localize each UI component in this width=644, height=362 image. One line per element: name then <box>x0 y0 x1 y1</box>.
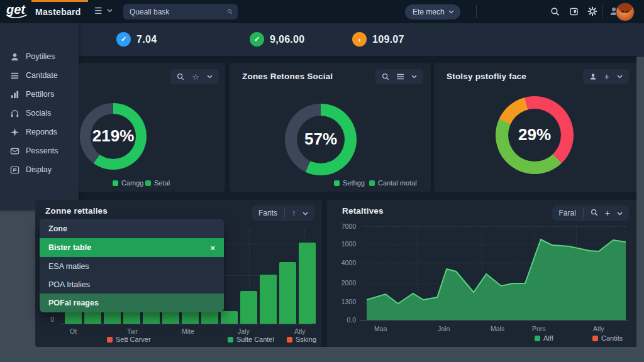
sidebar-item-pessents[interactable]: Pessents <box>0 141 79 160</box>
search-icon[interactable] <box>382 73 389 80</box>
arrow-up-icon[interactable]: ↑ <box>292 209 296 217</box>
donut-center-value: 29% <box>496 125 574 145</box>
search-input[interactable] <box>130 8 227 16</box>
app-logo: get <box>6 3 29 19</box>
list-icon[interactable] <box>397 74 404 80</box>
legend-item: Cantal motal <box>369 179 417 187</box>
legend-item: Setal <box>145 179 170 187</box>
bar <box>182 311 199 324</box>
kpi-value: 9,06.00 <box>270 34 304 45</box>
x-axis <box>360 320 628 321</box>
legend-item: Ssking <box>287 336 316 343</box>
sidebar-item-label: Pettilors <box>26 90 54 99</box>
chevron-down-icon[interactable] <box>411 75 417 79</box>
bar <box>260 275 277 324</box>
top-bar: get Mastebard ☰ Ete mech <box>0 0 644 23</box>
chevron-down-icon <box>448 10 454 14</box>
sidebar-item-socials[interactable]: Socials <box>0 104 79 123</box>
chevron-down-icon[interactable] <box>617 75 623 79</box>
bar-chart-icon <box>10 90 19 99</box>
legend-item: Sett Carver <box>107 336 151 343</box>
y-tick: 2000 <box>332 279 356 287</box>
kpi-item: ✓ 9,06.00 <box>250 32 304 47</box>
card-toolbar: Farits ↑ <box>252 206 314 221</box>
area-chart-card: Retaltives Faral + 7000 1000 4000 2000 1… <box>327 200 636 347</box>
topbar-divider <box>602 5 603 18</box>
dropdown-item-poa-irtalies[interactable]: POA Irtalies <box>40 275 224 293</box>
legend-item: Camgg <box>113 179 143 187</box>
legend-item: Cantits <box>592 334 623 342</box>
x-tick: Jaly <box>238 327 250 335</box>
check-badge-icon: ✓ <box>116 32 131 47</box>
chevron-down-icon[interactable] <box>303 209 308 217</box>
chevron-down-icon[interactable] <box>207 75 213 79</box>
card-toolbar: ☆ <box>170 69 219 84</box>
area-chart <box>364 212 628 322</box>
search-icon[interactable] <box>548 5 561 18</box>
x-tick: Mals <box>491 325 504 332</box>
bar <box>84 311 101 324</box>
avatar[interactable] <box>616 3 635 21</box>
gear-icon[interactable] <box>586 5 599 18</box>
donut-chart: 29% <box>496 96 574 174</box>
bar <box>104 311 121 324</box>
search-box[interactable] <box>123 4 238 19</box>
page-title: Mastebard <box>35 7 81 17</box>
kpi-value: 7.04 <box>136 34 157 45</box>
search-icon <box>227 8 233 16</box>
dropdown-item-pofal-reages[interactable]: POFal reages <box>40 293 224 312</box>
bar <box>299 243 316 324</box>
sidebar-item-display[interactable]: Display <box>0 160 79 179</box>
list-icon <box>10 71 19 80</box>
bar <box>143 311 160 324</box>
card-title: Stolsy pstofliy face <box>447 72 526 81</box>
search-icon[interactable] <box>177 73 184 80</box>
dropdown-item-bister-table[interactable]: Bister table × <box>40 238 224 257</box>
y-tick: 4000 <box>332 259 356 266</box>
sidebar-item-label: Reponds <box>26 128 57 136</box>
bar <box>201 311 218 324</box>
kpi-value: 109.07 <box>372 34 404 45</box>
plus-icon[interactable]: + <box>604 72 609 82</box>
user-icon[interactable] <box>589 73 597 80</box>
kpi-item: ✓ 7.04 <box>116 32 157 47</box>
profile-menu-button[interactable]: Ete mech <box>405 4 460 19</box>
dropdown-item-esa-maties[interactable]: ESA maties <box>40 257 224 275</box>
sidebar-item-label: Cantdate <box>26 71 58 80</box>
user-icon <box>10 52 19 62</box>
arrow-badge-icon: › <box>352 32 367 47</box>
kpi-strip: ✓ 7.04 ✓ 9,06.00 › 109.07 <box>79 23 644 57</box>
toolbar-filter-label[interactable]: Farits <box>258 209 277 217</box>
close-icon[interactable]: × <box>210 243 215 253</box>
sidebar-item-pettilors[interactable]: Pettilors <box>0 85 79 104</box>
bar <box>65 311 82 324</box>
sidebar-item-label: Poytilies <box>26 52 55 61</box>
y-tick: 0 <box>30 315 54 323</box>
bar <box>279 262 296 324</box>
x-tick: Ot <box>70 327 77 335</box>
sidebar-item-cantdate[interactable]: Cantdate <box>0 66 79 85</box>
x-tick: Join <box>438 325 450 332</box>
sidebar-item-reponds[interactable]: Reponds <box>0 123 79 141</box>
sidebar-item-label: Pessents <box>26 146 58 155</box>
x-tick: Atly <box>593 325 604 332</box>
dropdown-header: Zone <box>40 219 224 238</box>
headphones-icon <box>10 109 19 118</box>
chevron-down-icon[interactable] <box>107 9 113 13</box>
card-toolbar <box>375 69 423 84</box>
hamburger-icon[interactable]: ☰ <box>94 6 103 16</box>
sidebar-item-poytilies[interactable]: Poytilies <box>0 47 79 66</box>
card-icon[interactable] <box>567 5 580 18</box>
legend-item: Alff <box>535 334 553 342</box>
profile-menu-label: Ete mech <box>413 8 445 16</box>
donut-card-2: Zones Retones Social 57% Sethgg Cantal m… <box>230 63 431 192</box>
bar <box>240 291 257 324</box>
star-icon[interactable]: ☆ <box>192 72 199 82</box>
legend-item: Sulte Cantel <box>228 336 274 343</box>
bar <box>123 311 140 324</box>
sidebar: Poytilies Cantdate Pettilors Socials Rep… <box>0 23 79 211</box>
x-tick: Mite <box>182 327 194 335</box>
card-toolbar: + <box>583 69 629 84</box>
x-tick: Twr <box>127 327 138 335</box>
mail-icon <box>10 146 19 156</box>
